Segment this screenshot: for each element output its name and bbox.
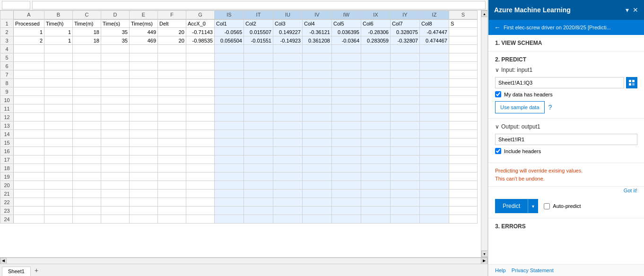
cell-IX1[interactable]: Col6 [361,19,391,28]
input-header[interactable]: ∨ Input: input1 [495,67,637,73]
cell-IT2[interactable]: 0.015507 [244,28,273,36]
cell-G1[interactable]: AccX_0 [186,19,215,28]
help-icon[interactable]: ? [548,104,552,111]
input-range-field[interactable] [495,77,624,88]
panel-title: Azure Machine Learning [494,6,626,14]
scroll-right-button[interactable]: ▶ [481,258,487,264]
cell-IZ3[interactable]: 0.474467 [420,36,449,45]
headers-checkbox[interactable] [495,91,501,97]
cell-B3[interactable]: 1 [44,36,73,45]
col-header-IW[interactable]: IW [332,11,361,19]
cell-S2[interactable] [449,28,478,36]
col-header-B[interactable]: B [44,11,73,19]
cell-D3[interactable]: 35 [101,36,130,45]
cell-IW1[interactable]: Col5 [332,19,361,28]
panel-close-icon[interactable]: ✕ [633,6,638,14]
col-header-C[interactable]: C [73,11,101,19]
range-picker-button[interactable] [626,77,637,88]
add-sheet-button[interactable]: + [32,266,41,275]
step1-item[interactable]: 1. VIEW SCHEMA [488,35,644,52]
cell-IS3[interactable]: 0.056504 [215,36,244,45]
col-header-IT[interactable]: IT [244,11,273,19]
cell-IY2[interactable]: 0.328075 [391,28,420,36]
col-header-G[interactable]: G [186,11,215,19]
cell-F1[interactable]: Delt [158,19,186,28]
cell-G3[interactable]: -0.98535 [186,36,215,45]
cell-IV2[interactable]: -0.36121 [303,28,332,36]
vertical-scrollbar[interactable]: ▲ ▼ [481,10,487,257]
table-row: 11 [0,104,478,113]
cell-IZ1[interactable]: Col8 [420,19,449,28]
cell-A1[interactable]: Processed [14,19,44,28]
cell-IS1[interactable]: Col1 [215,19,244,28]
col-header-IZ[interactable]: IZ [420,11,449,19]
scroll-track[interactable] [481,17,488,250]
back-bar[interactable]: ← First elec-screw driver on 2020/8/25 [… [488,20,644,35]
cell-IT1[interactable]: Col2 [244,19,273,28]
predict-dropdown-button[interactable]: ▾ [528,199,538,213]
cell-IU3[interactable]: -0.14923 [273,36,303,45]
privacy-link[interactable]: Privacy Statement [512,267,554,273]
table-row: 6 [0,62,478,70]
scroll-up-button[interactable]: ▲ [481,10,488,17]
col-header-D[interactable]: D [101,11,130,19]
col-header-IS[interactable]: IS [215,11,244,19]
output-header[interactable]: ∨ Output: output1 [495,123,637,130]
col-header-IX[interactable]: IX [361,11,391,19]
cell-S3[interactable] [449,36,478,45]
col-header-A[interactable]: A [14,11,44,19]
cell-IU1[interactable]: Col3 [273,19,303,28]
h-scroll-track[interactable] [7,258,481,264]
cell-C2[interactable]: 18 [73,28,101,36]
sample-data-button[interactable]: Use sample data [495,101,545,113]
cell-IW3[interactable]: -0.0364 [332,36,361,45]
col-header-IY[interactable]: IY [391,11,420,19]
help-link[interactable]: Help [495,267,506,273]
cell-F2[interactable]: 20 [158,28,186,36]
cell-C1[interactable]: Time(m) [73,19,101,28]
cell-S1[interactable]: S [449,19,478,28]
cell-IV3[interactable]: 0.361208 [303,36,332,45]
col-header-F[interactable]: F [158,11,186,19]
name-box[interactable] [2,1,30,9]
cell-D1[interactable]: Time(s) [101,19,130,28]
output-range-field[interactable] [495,134,637,145]
cell-B1[interactable]: Time(h) [44,19,73,28]
cell-E2[interactable]: 449 [130,28,158,36]
output-range-row [495,134,637,145]
cell-IS2[interactable]: -0.0565 [215,28,244,36]
cell-IZ2[interactable]: -0.47447 [420,28,449,36]
cell-IV1[interactable]: Col4 [303,19,332,28]
panel-dropdown-icon[interactable]: ▾ [626,6,629,14]
cell-IX3[interactable]: 0.283059 [361,36,391,45]
col-header-E[interactable]: E [130,11,158,19]
col-header-IU[interactable]: IU [273,11,303,19]
col-header-S[interactable]: S [449,11,478,19]
cell-G2[interactable]: -0.71143 [186,28,215,36]
scroll-left-button[interactable]: ◀ [0,258,7,264]
cell-IW2[interactable]: 0.036395 [332,28,361,36]
cell-E3[interactable]: 469 [130,36,158,45]
panel-footer: Help Privacy Statement [488,264,644,276]
cell-E1[interactable]: Time(ms) [130,19,158,28]
scroll-down-button[interactable]: ▼ [481,250,488,257]
include-headers-checkbox[interactable] [495,148,501,154]
cell-C3[interactable]: 18 [73,36,101,45]
cell-D2[interactable]: 35 [101,28,130,36]
cell-F3[interactable]: 20 [158,36,186,45]
cell-IY3[interactable]: -0.32807 [391,36,420,45]
cell-IT3[interactable]: -0.01551 [244,36,273,45]
sheet-tab-sheet1[interactable]: Sheet1 [2,267,31,276]
cell-IY1[interactable]: Col7 [391,19,420,28]
formula-input[interactable] [32,1,486,9]
col-header-IV[interactable]: IV [303,11,332,19]
got-it-link[interactable]: Got it! [488,187,644,194]
grid-wrapper: A B C D E F G IS IT IU IV [0,10,481,257]
cell-IU2[interactable]: 0.149227 [273,28,303,36]
cell-IX2[interactable]: -0.28306 [361,28,391,36]
auto-predict-checkbox[interactable] [544,203,550,209]
predict-button[interactable]: Predict [495,199,528,213]
cell-B2[interactable]: 1 [44,28,73,36]
cell-A3[interactable]: 2 [14,36,44,45]
cell-A2[interactable]: 1 [14,28,44,36]
